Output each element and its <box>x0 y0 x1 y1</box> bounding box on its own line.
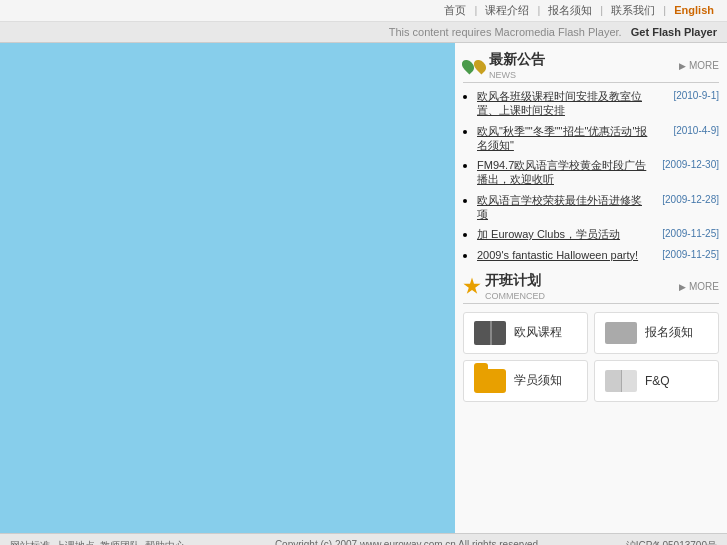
commenced-section-header: 开班计划 COMMENCED MORE <box>463 272 719 304</box>
course-card-2[interactable]: 学员须知 <box>463 360 588 402</box>
commenced-subtitle: COMMENCED <box>485 291 545 301</box>
news-item-date-0: [2010-9-1] <box>654 89 719 102</box>
news-item-link-5[interactable]: 2009's fantastic Halloween party! <box>477 248 650 262</box>
get-flash-player-link[interactable]: Get Flash Player <box>631 26 717 38</box>
nav-contact-link[interactable]: 联系我们 <box>611 4 655 16</box>
course-icon-2 <box>472 367 508 395</box>
news-item-date-3: [2009-12-28] <box>654 193 719 206</box>
news-item-date-2: [2009-12-30] <box>654 158 719 171</box>
course-label-1: 报名须知 <box>645 324 693 341</box>
main-layout: 最新公告 NEWS MORE 欧风各班级课程时间安排及教室位置、上课时间安排 [… <box>0 43 727 533</box>
news-item-link-4[interactable]: 加 Euroway Clubs，学员活动 <box>477 227 650 241</box>
nav-signup-link[interactable]: 报名须知 <box>548 4 592 16</box>
footer-link-0[interactable]: 网站标准 <box>10 540 50 545</box>
star-icon <box>463 277 481 295</box>
news-item-date-5: [2009-11-25] <box>654 248 719 261</box>
separator-3: | <box>600 4 603 16</box>
news-item-date-1: [2010-4-9] <box>654 124 719 137</box>
course-grid: 欧风课程 报名须知 学员须知 F&Q <box>463 312 719 402</box>
separator-2: | <box>537 4 540 16</box>
commenced-title-text-group: 开班计划 COMMENCED <box>485 272 545 301</box>
separator-1: | <box>474 4 477 16</box>
news-item-link-0[interactable]: 欧风各班级课程时间安排及教室位置、上课时间安排 <box>477 89 650 118</box>
course-icon-3 <box>603 367 639 395</box>
leaf-yellow-icon <box>472 57 489 74</box>
news-list: 欧风各班级课程时间安排及教室位置、上课时间安排 [2010-9-1] 欧风"秋季… <box>463 89 719 262</box>
news-list-item: 2009's fantastic Halloween party! [2009-… <box>477 248 719 262</box>
flash-notice-bar: This content requires Macromedia Flash P… <box>0 22 727 43</box>
news-list-item: 欧风语言学校荣获最佳外语进修奖项 [2009-12-28] <box>477 193 719 222</box>
left-banner-panel <box>0 43 455 533</box>
news-list-item: 欧风"秋季""冬季""招生"优惠活动"报名须知" [2010-4-9] <box>477 124 719 153</box>
course-label-0: 欧风课程 <box>514 324 562 341</box>
news-list-item: FM94.7欧风语言学校黄金时段广告播出，欢迎收听 [2009-12-30] <box>477 158 719 187</box>
footer-copyright: Copyright (c) 2007 www.euroway.com.cn Al… <box>275 539 541 545</box>
course-card-1[interactable]: 报名须知 <box>594 312 719 354</box>
nav-home-link[interactable]: 首页 <box>444 4 466 16</box>
course-card-0[interactable]: 欧风课程 <box>463 312 588 354</box>
course-label-3: F&Q <box>645 374 670 388</box>
commenced-title-group: 开班计划 COMMENCED <box>463 272 545 301</box>
footer-icp: 沪ICP备05013700号 <box>626 539 717 545</box>
news-title-group: 最新公告 NEWS <box>463 51 545 80</box>
footer-link-3[interactable]: 帮助中心 <box>145 540 185 545</box>
flash-notice-text: This content requires Macromedia Flash P… <box>389 26 622 38</box>
commenced-more-link[interactable]: MORE <box>679 281 719 292</box>
footer: 网站标准上课地点教师团队帮助中心 Copyright (c) 2007 www.… <box>0 533 727 545</box>
top-navigation: 首页 | 课程介绍 | 报名须知 | 联系我们 | English <box>0 0 727 22</box>
news-list-item: 欧风各班级课程时间安排及教室位置、上课时间安排 [2010-9-1] <box>477 89 719 118</box>
news-item-link-1[interactable]: 欧风"秋季""冬季""招生"优惠活动"报名须知" <box>477 124 650 153</box>
news-more-link[interactable]: MORE <box>679 60 719 71</box>
commenced-title: 开班计划 <box>485 272 541 288</box>
course-label-2: 学员须知 <box>514 372 562 389</box>
footer-link-1[interactable]: 上课地点 <box>55 540 95 545</box>
news-list-item: 加 Euroway Clubs，学员活动 [2009-11-25] <box>477 227 719 241</box>
course-icon-0 <box>472 319 508 347</box>
footer-link-2[interactable]: 教师团队 <box>100 540 140 545</box>
footer-left-links: 网站标准上课地点教师团队帮助中心 <box>10 539 190 545</box>
news-leaf-icon <box>463 59 485 73</box>
news-title-text-group: 最新公告 NEWS <box>489 51 545 80</box>
course-icon-1 <box>603 319 639 347</box>
nav-course-link[interactable]: 课程介绍 <box>485 4 529 16</box>
news-section-header: 最新公告 NEWS MORE <box>463 51 719 83</box>
separator-4: | <box>663 4 666 16</box>
right-content-panel: 最新公告 NEWS MORE 欧风各班级课程时间安排及教室位置、上课时间安排 [… <box>455 43 727 533</box>
news-item-link-3[interactable]: 欧风语言学校荣获最佳外语进修奖项 <box>477 193 650 222</box>
news-item-link-2[interactable]: FM94.7欧风语言学校黄金时段广告播出，欢迎收听 <box>477 158 650 187</box>
english-language-link[interactable]: English <box>674 4 714 16</box>
news-item-date-4: [2009-11-25] <box>654 227 719 240</box>
course-card-3[interactable]: F&Q <box>594 360 719 402</box>
news-title: 最新公告 <box>489 51 545 67</box>
news-subtitle: NEWS <box>489 70 545 80</box>
